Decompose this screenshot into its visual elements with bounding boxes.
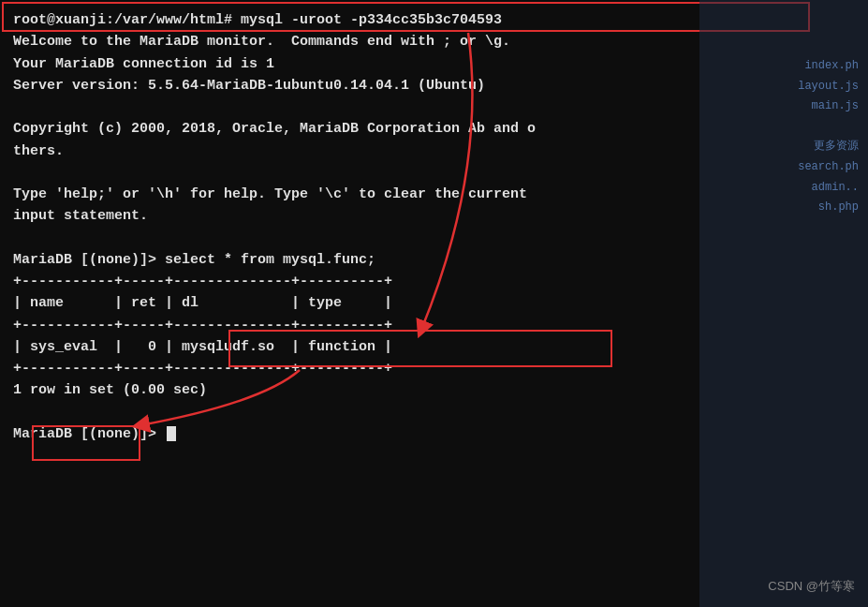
thers-line: thers. <box>13 141 855 162</box>
table-divider-1: +-----------+-----+--------------+------… <box>13 271 855 292</box>
table-header: | name | ret | dl | type | <box>13 292 855 314</box>
select-command-line: MariaDB [(none)]> select * from mysql.fu… <box>13 249 855 271</box>
table-divider-3: +-----------+-----+--------------+------… <box>13 358 855 379</box>
input-stmt-line: input statement. <box>13 205 855 227</box>
server-version-line: Server version: 5.5.64-MariaDB-1ubuntu0.… <box>13 75 855 96</box>
prompt-line[interactable]: MariaDB [(none)]> <box>13 423 855 445</box>
welcome-line: Welcome to the MariaDB monitor. Commands… <box>13 31 855 52</box>
row-count-line: 1 row in set (0.00 sec) <box>13 379 855 401</box>
blank-line-4 <box>13 402 855 423</box>
conn-id-line: Your MariaDB connection id is 1 <box>13 53 855 75</box>
command-line: root@xuanji:/var/www/html# mysql -uroot … <box>13 9 855 31</box>
prompt-text: MariaDB [(none)]> <box>13 423 165 445</box>
cursor <box>167 426 176 441</box>
csdn-watermark: CSDN @竹等寒 <box>768 577 855 596</box>
blank-line-3 <box>13 228 855 249</box>
terminal-window: root@xuanji:/var/www/html# mysql -uroot … <box>0 0 868 607</box>
table-data-row: | sys_eval | 0 | mysqludf.so | function … <box>13 336 855 358</box>
copyright-line: Copyright (c) 2000, 2018, Oracle, MariaD… <box>13 118 855 140</box>
table-divider-2: +-----------+-----+--------------+------… <box>13 315 855 336</box>
blank-line-2 <box>13 162 855 184</box>
type-help-line: Type 'help;' or '\h' for help. Type '\c'… <box>13 184 855 205</box>
blank-line-1 <box>13 96 855 118</box>
